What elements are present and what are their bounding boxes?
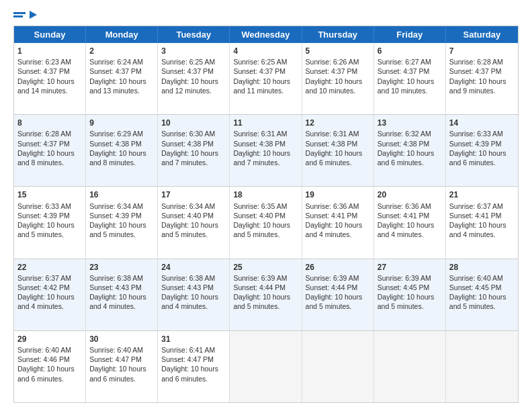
sunrise-text: Sunrise: 6:40 AM <box>89 346 143 354</box>
daylight-text: Daylight: 10 hours and 4 minutes. <box>306 221 363 238</box>
sunset-text: Sunset: 4:43 PM <box>89 283 142 291</box>
sunset-text: Sunset: 4:38 PM <box>89 140 142 148</box>
daylight-text: Daylight: 10 hours and 5 minutes. <box>233 221 290 238</box>
day-number: 24 <box>161 262 226 273</box>
sunset-text: Sunset: 4:44 PM <box>233 283 285 291</box>
calendar-cell: 24Sunrise: 6:38 AMSunset: 4:43 PMDayligh… <box>158 259 230 330</box>
sunrise-text: Sunrise: 6:33 AM <box>449 130 503 138</box>
sunset-text: Sunset: 4:41 PM <box>306 212 358 220</box>
daylight-text: Daylight: 10 hours and 4 minutes. <box>17 293 75 310</box>
sunset-text: Sunset: 4:39 PM <box>89 212 142 220</box>
col-header-thursday: Thursday <box>302 26 374 43</box>
daylight-text: Daylight: 10 hours and 12 minutes. <box>161 77 218 95</box>
day-number: 28 <box>449 262 515 273</box>
sunrise-text: Sunrise: 6:38 AM <box>89 274 143 282</box>
page: SundayMondayTuesdayWednesdayThursdayFrid… <box>0 0 532 411</box>
col-header-monday: Monday <box>86 26 158 43</box>
daylight-text: Daylight: 10 hours and 6 minutes. <box>89 365 146 382</box>
sunrise-text: Sunrise: 6:30 AM <box>161 130 215 138</box>
calendar-cell: 18Sunrise: 6:35 AMSunset: 4:40 PMDayligh… <box>230 187 302 258</box>
calendar-cell: 26Sunrise: 6:39 AMSunset: 4:44 PMDayligh… <box>302 259 374 330</box>
daylight-text: Daylight: 10 hours and 11 minutes. <box>233 77 290 95</box>
day-number: 29 <box>17 334 82 345</box>
day-number: 18 <box>233 189 298 200</box>
calendar-cell: 12Sunrise: 6:31 AMSunset: 4:38 PMDayligh… <box>302 115 374 186</box>
sunset-text: Sunset: 4:45 PM <box>449 283 502 291</box>
day-number: 14 <box>449 118 515 128</box>
col-header-tuesday: Tuesday <box>158 26 230 43</box>
daylight-text: Daylight: 10 hours and 5 minutes. <box>306 293 363 310</box>
calendar-row-2: 8Sunrise: 6:28 AMSunset: 4:37 PMDaylight… <box>14 114 518 186</box>
sunrise-text: Sunrise: 6:25 AM <box>233 58 287 66</box>
calendar-row-4: 22Sunrise: 6:37 AMSunset: 4:42 PMDayligh… <box>14 259 518 330</box>
sunrise-text: Sunrise: 6:38 AM <box>161 274 215 282</box>
daylight-text: Daylight: 10 hours and 5 minutes. <box>89 221 146 238</box>
daylight-text: Daylight: 10 hours and 6 minutes. <box>17 365 75 382</box>
calendar-cell: 25Sunrise: 6:39 AMSunset: 4:44 PMDayligh… <box>230 259 302 330</box>
day-number: 26 <box>306 262 370 273</box>
sunset-text: Sunset: 4:37 PM <box>17 140 70 148</box>
sunset-text: Sunset: 4:37 PM <box>378 67 430 75</box>
daylight-text: Daylight: 10 hours and 10 minutes. <box>306 77 363 95</box>
col-header-wednesday: Wednesday <box>230 26 302 43</box>
calendar-cell: 31Sunrise: 6:41 AMSunset: 4:47 PMDayligh… <box>158 331 230 402</box>
sunset-text: Sunset: 4:38 PM <box>233 140 285 148</box>
daylight-text: Daylight: 10 hours and 4 minutes. <box>378 221 435 238</box>
day-number: 6 <box>378 46 442 56</box>
day-number: 23 <box>89 262 154 273</box>
calendar-cell: 17Sunrise: 6:34 AMSunset: 4:40 PMDayligh… <box>158 187 230 258</box>
day-number: 31 <box>161 334 226 345</box>
sunrise-text: Sunrise: 6:35 AM <box>233 202 287 210</box>
sunset-text: Sunset: 4:37 PM <box>449 67 502 75</box>
sunrise-text: Sunrise: 6:24 AM <box>89 58 143 66</box>
sunset-text: Sunset: 4:37 PM <box>306 67 358 75</box>
col-header-sunday: Sunday <box>14 26 86 43</box>
day-number: 16 <box>89 189 154 200</box>
sunset-text: Sunset: 4:38 PM <box>378 140 430 148</box>
sunrise-text: Sunrise: 6:31 AM <box>306 130 359 138</box>
calendar-body: 1Sunrise: 6:23 AMSunset: 4:37 PMDaylight… <box>14 43 518 402</box>
day-number: 11 <box>233 118 298 128</box>
sunset-text: Sunset: 4:41 PM <box>378 212 430 220</box>
sunrise-text: Sunrise: 6:39 AM <box>306 274 359 282</box>
day-number: 22 <box>17 262 82 273</box>
daylight-text: Daylight: 10 hours and 6 minutes. <box>161 365 218 382</box>
daylight-text: Daylight: 10 hours and 13 minutes. <box>89 77 146 95</box>
daylight-text: Daylight: 10 hours and 10 minutes. <box>378 77 435 95</box>
calendar-cell: 4Sunrise: 6:25 AMSunset: 4:37 PMDaylight… <box>230 43 302 114</box>
day-number: 21 <box>449 189 515 200</box>
day-number: 13 <box>378 118 442 128</box>
calendar-cell: 13Sunrise: 6:32 AMSunset: 4:38 PMDayligh… <box>374 115 446 186</box>
day-number: 2 <box>89 46 154 56</box>
logo-arrow-icon <box>30 11 37 19</box>
day-number: 30 <box>89 334 154 345</box>
sunrise-text: Sunrise: 6:25 AM <box>161 58 215 66</box>
calendar-cell: 14Sunrise: 6:33 AMSunset: 4:39 PMDayligh… <box>446 115 518 186</box>
day-number: 9 <box>89 118 154 128</box>
sunset-text: Sunset: 4:42 PM <box>17 283 70 291</box>
day-number: 7 <box>449 46 515 56</box>
day-number: 4 <box>233 46 298 56</box>
calendar-cell: 8Sunrise: 6:28 AMSunset: 4:37 PMDaylight… <box>14 115 86 186</box>
logo-icon <box>13 12 26 17</box>
calendar-cell: 6Sunrise: 6:27 AMSunset: 4:37 PMDaylight… <box>374 43 446 114</box>
calendar-cell: 23Sunrise: 6:38 AMSunset: 4:43 PMDayligh… <box>86 259 158 330</box>
day-number: 1 <box>17 46 82 56</box>
sunrise-text: Sunrise: 6:28 AM <box>449 58 503 66</box>
header <box>13 11 519 19</box>
daylight-text: Daylight: 10 hours and 5 minutes. <box>17 221 75 238</box>
calendar-cell: 16Sunrise: 6:34 AMSunset: 4:39 PMDayligh… <box>86 187 158 258</box>
sunset-text: Sunset: 4:45 PM <box>378 283 430 291</box>
sunrise-text: Sunrise: 6:33 AM <box>17 202 71 210</box>
sunrise-text: Sunrise: 6:29 AM <box>89 130 143 138</box>
daylight-text: Daylight: 10 hours and 7 minutes. <box>161 149 218 167</box>
calendar-cell: 3Sunrise: 6:25 AMSunset: 4:37 PMDaylight… <box>158 43 230 114</box>
sunset-text: Sunset: 4:37 PM <box>17 67 70 75</box>
calendar-cell: 2Sunrise: 6:24 AMSunset: 4:37 PMDaylight… <box>86 43 158 114</box>
sunset-text: Sunset: 4:39 PM <box>449 140 502 148</box>
daylight-text: Daylight: 10 hours and 5 minutes. <box>449 293 506 310</box>
daylight-text: Daylight: 10 hours and 4 minutes. <box>89 293 146 310</box>
day-number: 8 <box>17 118 82 128</box>
sunrise-text: Sunrise: 6:34 AM <box>161 202 215 210</box>
calendar-cell: 20Sunrise: 6:36 AMSunset: 4:41 PMDayligh… <box>374 187 446 258</box>
